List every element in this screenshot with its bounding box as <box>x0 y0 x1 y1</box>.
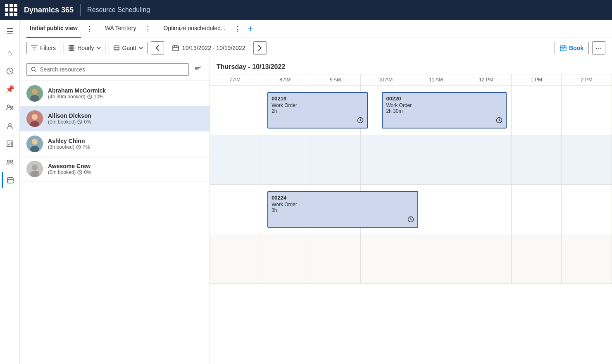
clock-icon <box>87 94 92 99</box>
avatar-placeholder-image <box>26 161 43 177</box>
clock-icon <box>77 170 82 175</box>
svg-point-51 <box>30 171 39 177</box>
avatar <box>26 85 43 102</box>
avatar-image-allison <box>26 110 43 127</box>
list-item[interactable]: Awesome Crew (0m booked) 0% <box>20 157 210 182</box>
gantt-rows: 00219 Work Order 2h <box>210 86 612 364</box>
list-item[interactable]: Ashley Chinn (3h booked) 7% <box>20 131 210 157</box>
gantt-row-allison <box>210 135 612 185</box>
list-item[interactable]: Abraham McCormick (4h 30m booked) 10% <box>20 81 210 106</box>
rail-menu-button[interactable]: ☰ <box>2 23 18 40</box>
list-item[interactable]: Allison Dickson (0m booked) 0% <box>20 106 210 131</box>
sort-button[interactable] <box>192 63 203 76</box>
svg-rect-10 <box>7 178 13 183</box>
search-icon <box>31 67 36 72</box>
gantt-row-awesome-crew <box>210 234 612 284</box>
gantt-cell <box>260 234 311 283</box>
gantt-cell <box>361 135 411 184</box>
next-arrow-button[interactable] <box>253 41 267 55</box>
resource-info: Ashley Chinn (3h booked) 7% <box>48 138 203 150</box>
resource-detail: (3h booked) 7% <box>48 144 203 150</box>
svg-point-9 <box>10 160 12 162</box>
svg-line-33 <box>35 70 36 71</box>
waffle-icon[interactable] <box>5 4 17 16</box>
tab-more-initial[interactable]: ⋮ <box>84 24 95 33</box>
time-cell-10am: 10 AM <box>361 74 411 85</box>
tab-wa-territory[interactable]: WA Territory <box>102 20 139 38</box>
rail-resources-button[interactable] <box>2 99 18 116</box>
resource-name: Awesome Crew <box>48 163 203 169</box>
rail-contacts-button[interactable] <box>2 117 18 134</box>
gantt-cell <box>210 135 260 184</box>
gantt-cell <box>562 86 612 135</box>
toolbar-more-button[interactable]: ··· <box>592 41 605 55</box>
rail-recent-button[interactable] <box>2 63 18 79</box>
topbar: Dynamics 365 Resource Scheduling <box>0 0 612 20</box>
resource-detail: (0m booked) 0% <box>48 169 203 175</box>
book-calendar-icon <box>560 45 567 51</box>
tab-optimize-unscheduled[interactable]: Optimize unscheduled... <box>160 20 229 38</box>
tab-more-optimize[interactable]: ⋮ <box>232 24 243 33</box>
time-cell-7am: 7 AM <box>210 74 260 85</box>
resources-header <box>20 58 210 81</box>
search-box[interactable] <box>26 63 189 76</box>
rail-home-button[interactable]: ⌂ <box>2 45 18 61</box>
work-order-00224[interactable]: 00224 Work Order 3h <box>267 191 418 228</box>
rail-schedule-button[interactable] <box>2 172 18 188</box>
work-order-00219[interactable]: 00219 Work Order 2h <box>267 92 368 128</box>
avatar <box>26 136 43 152</box>
clock-icon <box>76 145 81 150</box>
resources-panel: Abraham McCormick (4h 30m booked) 10% <box>20 58 210 364</box>
resource-info: Allison Dickson (0m booked) 0% <box>48 112 203 125</box>
gantt-area: Thursday - 10/13/2022 7 AM 8 AM 9 AM 10 … <box>210 58 612 364</box>
gantt-cell <box>562 234 612 283</box>
tab-add-button[interactable]: + <box>248 24 253 34</box>
main-layout: ☰ ⌂ 📌 <box>0 20 612 364</box>
gantt-cell <box>310 135 361 184</box>
gantt-time-row: 7 AM 8 AM 9 AM 10 AM 11 AM 12 PM 1 PM 2 … <box>210 74 612 86</box>
resource-name: Ashley Chinn <box>48 138 203 144</box>
gantt-cell <box>512 185 562 234</box>
filters-button[interactable]: Filters <box>26 42 60 54</box>
gantt-row-ashley: 00224 Work Order 3h <box>210 185 612 234</box>
resource-detail: (4h 30m booked) 10% <box>48 94 203 100</box>
gantt-cell <box>210 234 260 283</box>
topbar-divider <box>80 4 81 16</box>
resource-list: Abraham McCormick (4h 30m booked) 10% <box>20 81 210 364</box>
time-cell-2pm: 2 PM <box>562 74 612 85</box>
toolbar: Filters Hourly <box>20 38 612 58</box>
gantt-cell <box>461 135 512 184</box>
svg-point-38 <box>32 89 38 95</box>
avatar <box>26 110 43 127</box>
next-icon <box>258 45 262 51</box>
rail-teams-button[interactable] <box>2 154 18 170</box>
svg-point-39 <box>30 95 39 102</box>
prev-arrow-button[interactable] <box>151 41 164 55</box>
gantt-cell <box>210 185 260 234</box>
schedule-area: Abraham McCormick (4h 30m booked) 10% <box>20 58 612 364</box>
search-input[interactable] <box>40 66 184 73</box>
hourly-button[interactable]: Hourly <box>64 42 105 54</box>
gantt-cell <box>562 185 612 234</box>
resource-detail: (0m booked) 0% <box>48 119 203 125</box>
gantt-date-header: Thursday - 10/13/2022 <box>210 58 612 74</box>
svg-point-1 <box>7 105 10 107</box>
time-cell-8am: 8 AM <box>260 74 311 85</box>
gantt-cell <box>361 234 411 283</box>
gantt-chevron-icon <box>139 47 143 49</box>
rail-reports-button[interactable] <box>2 136 18 152</box>
rail-pinned-button[interactable]: 📌 <box>2 81 18 98</box>
gantt-icon <box>113 45 120 51</box>
resource-name: Allison Dickson <box>48 112 203 119</box>
svg-point-46 <box>32 139 38 145</box>
tab-more-wa[interactable]: ⋮ <box>143 24 153 33</box>
content-area: Initial public view ⋮ WA Territory ⋮ Opt… <box>20 20 612 364</box>
time-cell-1pm: 1 PM <box>512 74 562 85</box>
svg-rect-23 <box>173 46 179 51</box>
gantt-button[interactable]: Gantt <box>109 42 148 54</box>
work-order-00220[interactable]: 00220 Work Order 2h 30m <box>382 92 507 128</box>
book-button[interactable]: Book <box>555 42 589 54</box>
resource-info: Awesome Crew (0m booked) 0% <box>48 163 203 175</box>
tab-initial-public-view[interactable]: Initial public view <box>26 20 81 38</box>
prev-icon <box>155 45 160 51</box>
